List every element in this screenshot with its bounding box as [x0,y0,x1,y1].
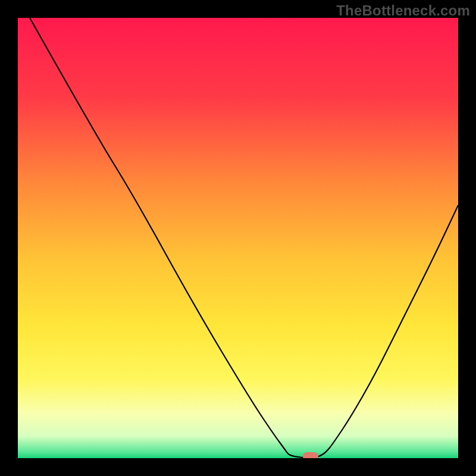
optimal-point-marker [303,452,318,458]
chart-frame: TheBottleneck.com [0,0,476,476]
bottleneck-curve-path [30,18,458,458]
watermark-text: TheBottleneck.com [336,2,470,19]
bottleneck-curve [18,18,458,458]
plot-area [18,18,458,458]
